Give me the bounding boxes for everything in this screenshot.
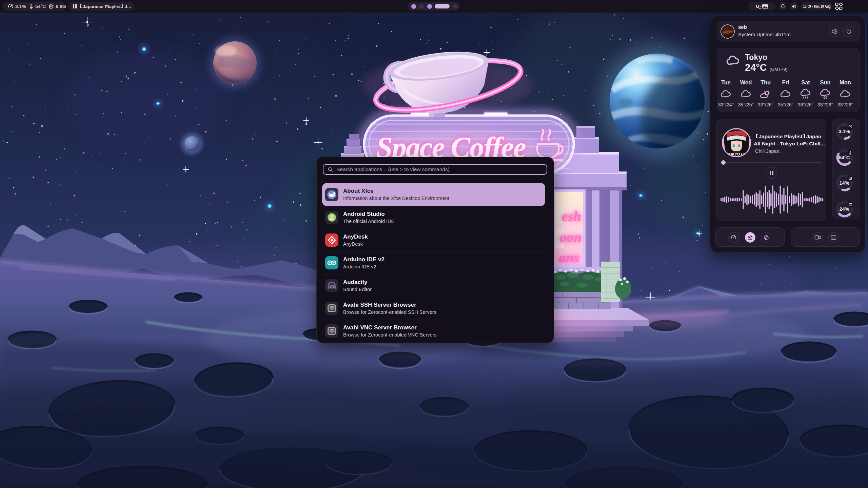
svg-text:24%: 24% xyxy=(839,206,849,212)
svg-text:esh: esh xyxy=(561,208,581,224)
svg-text:ans: ans xyxy=(559,250,579,265)
svg-text:54°C: 54°C xyxy=(839,155,850,160)
svg-text:14%: 14% xyxy=(839,180,849,186)
svg-text:TOKYO LO: TOKYO LO xyxy=(727,152,746,156)
svg-text:oon: oon xyxy=(559,229,581,245)
svg-text:3.1%: 3.1% xyxy=(839,129,850,134)
